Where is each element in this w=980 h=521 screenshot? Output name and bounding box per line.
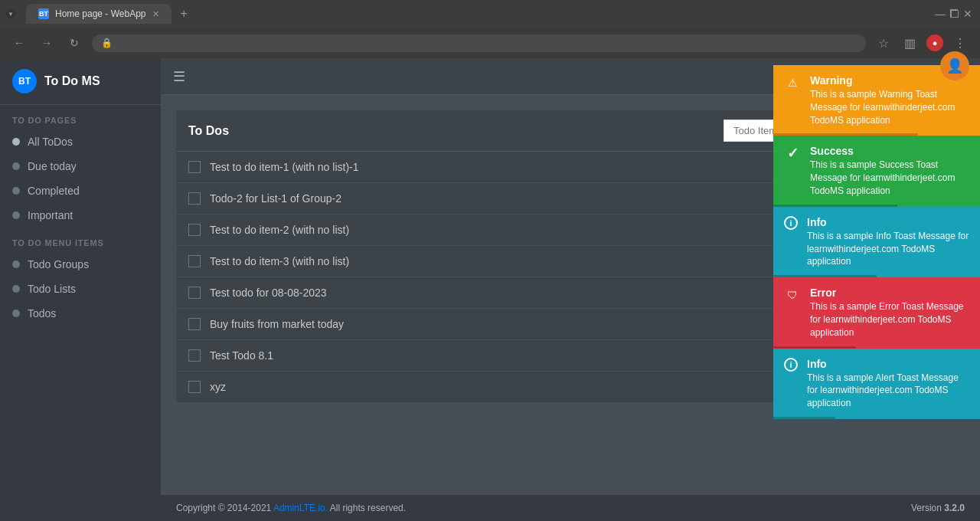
footer-rights: All rights reserved. xyxy=(328,503,406,513)
new-tab-button[interactable]: + xyxy=(178,4,191,24)
sidebar-dot-all xyxy=(12,138,20,146)
footer-version-label: Version xyxy=(911,503,942,513)
star-icon[interactable]: ☆ xyxy=(874,33,893,54)
error-message: This is a sample Error Toast Message for… xyxy=(810,300,969,339)
tab-title: Home page - WebApp xyxy=(55,8,146,19)
toast-warning: 👤 ⚠ Warning This is a sample Warning Toa… xyxy=(773,65,980,136)
sidebar-dot-todos xyxy=(12,310,20,317)
sidebar-dot-lists xyxy=(12,285,20,293)
warning-person-icon: 👤 xyxy=(940,51,969,80)
toast-success: ✓ Success This is a sample Success Toast… xyxy=(773,136,980,206)
todo-checkbox-2[interactable] xyxy=(188,192,201,205)
toast-error: 🛡 Error This is a sample Error Toast Mes… xyxy=(773,277,980,348)
info-progress-2 xyxy=(773,417,835,419)
sidebar-label-todos: Todos xyxy=(28,307,56,319)
sidebar-item-todo-groups[interactable]: Todo Groups xyxy=(0,252,161,277)
tab-favicon: BT xyxy=(38,8,49,19)
warning-body: Warning This is a sample Warning Toast M… xyxy=(810,74,969,126)
brand-name: To Do MS xyxy=(44,74,100,88)
hamburger-icon[interactable]: ☰ xyxy=(173,68,185,85)
sidebar-label-completed: Completed xyxy=(28,185,80,197)
sidebar-item-todos[interactable]: Todos xyxy=(0,301,161,326)
sidebar-label-todo-groups: Todo Groups xyxy=(28,258,89,270)
info-body-2: Info This is a sample Alert Toast Messag… xyxy=(807,358,969,410)
sidebar-label-all-todos: All ToDos xyxy=(28,136,73,148)
info-message-2: This is a sample Alert Toast Message for… xyxy=(807,372,969,410)
sidebar-dot-groups xyxy=(12,260,20,268)
sidebar-item-todo-lists[interactable]: Todo Lists xyxy=(0,277,161,301)
footer-copyright: Copyright © 2014-2021 AdminLTE.io. All r… xyxy=(176,503,406,513)
warning-icon: ⚠ xyxy=(784,74,801,91)
menu-icon[interactable]: ⋮ xyxy=(949,33,971,54)
browser-actions: ☆ ▥ ● ⋮ xyxy=(874,33,971,54)
sidebar-dot-important xyxy=(12,211,20,219)
info-title-2: Info xyxy=(807,358,969,370)
sidebar-item-due-today[interactable]: Due today xyxy=(0,154,161,179)
sidebar-label-important: Important xyxy=(28,209,73,221)
sidebar: BT To Do MS TO DO PAGES All ToDos Due to… xyxy=(0,58,161,521)
todo-checkbox-4[interactable] xyxy=(188,255,201,267)
maximize-button[interactable]: ⧠ xyxy=(948,8,960,20)
sidebar-label-todo-lists: Todo Lists xyxy=(28,283,76,295)
todo-checkbox-7[interactable] xyxy=(188,349,201,362)
footer-version-number: 3.2.0 xyxy=(944,503,965,513)
back-button[interactable]: ← xyxy=(9,33,29,53)
browser-tab[interactable]: BT Home page - WebApp ✕ xyxy=(26,4,172,24)
address-bar[interactable]: 🔒 localhost:44342 xyxy=(92,34,866,52)
error-icon: 🛡 xyxy=(784,287,801,303)
sidebar-item-completed[interactable]: Completed xyxy=(0,179,161,203)
sidebar-icon[interactable]: ▥ xyxy=(900,33,920,54)
refresh-button[interactable]: ↻ xyxy=(64,33,84,53)
browser-titlebar: ▼ BT Home page - WebApp ✕ + — ⧠ ✕ xyxy=(0,0,980,28)
success-icon: ✓ xyxy=(784,145,801,162)
sidebar-item-all-todos[interactable]: All ToDos xyxy=(0,129,161,154)
toast-info-2: i Info This is a sample Alert Toast Mess… xyxy=(773,349,980,419)
success-body: Success This is a sample Success Toast M… xyxy=(810,145,969,197)
todo-checkbox-6[interactable] xyxy=(188,318,201,330)
sidebar-dot-completed xyxy=(12,187,20,195)
brand-icon: BT xyxy=(12,69,37,93)
todo-checkbox-3[interactable] xyxy=(188,224,201,236)
info-body-1: Info This is a sample Info Toast Message… xyxy=(807,216,969,268)
close-button[interactable]: ✕ xyxy=(962,8,974,20)
sidebar-dot-due xyxy=(12,162,20,170)
footer: Copyright © 2014-2021 AdminLTE.io. All r… xyxy=(161,494,980,521)
todo-checkbox-1[interactable] xyxy=(188,161,201,173)
sidebar-menu-label: TO DO MENU ITEMS xyxy=(0,228,161,252)
info-icon-1: i xyxy=(784,216,798,230)
browser-controls: ← → ↻ 🔒 localhost:44342 ☆ ▥ ● ⋮ xyxy=(0,28,980,58)
todo-panel-title: To Dos xyxy=(188,124,229,138)
url-input[interactable]: localhost:44342 xyxy=(119,38,857,49)
info-icon-2: i xyxy=(784,358,798,372)
window-controls: — ⧠ ✕ xyxy=(934,8,974,20)
sidebar-label-due-today: Due today xyxy=(28,160,77,172)
todo-checkbox-5[interactable] xyxy=(188,287,201,299)
profile-icon[interactable]: ● xyxy=(926,34,943,51)
toast-info-1: i Info This is a sample Info Toast Messa… xyxy=(773,207,980,277)
sidebar-item-important[interactable]: Important xyxy=(0,203,161,228)
success-message: This is a sample Success Toast Message f… xyxy=(810,159,969,197)
tab-close-btn[interactable]: ✕ xyxy=(152,9,159,19)
minimize-button[interactable]: — xyxy=(934,8,946,20)
error-title: Error xyxy=(810,287,969,299)
success-title: Success xyxy=(810,145,969,157)
sidebar-pages-label: TO DO PAGES xyxy=(0,105,161,129)
info-message-1: This is a sample Info Toast Message for … xyxy=(807,230,969,268)
footer-copyright-text: Copyright © 2014-2021 xyxy=(176,503,273,513)
todo-checkbox-8[interactable] xyxy=(188,381,201,393)
sidebar-brand: BT To Do MS xyxy=(0,58,161,105)
toast-container: 👤 ⚠ Warning This is a sample Warning Toa… xyxy=(773,65,980,419)
footer-link[interactable]: AdminLTE.io. xyxy=(273,503,328,513)
error-body: Error This is a sample Error Toast Messa… xyxy=(810,287,969,339)
warning-message: This is a sample Warning Toast Message f… xyxy=(810,88,969,126)
forward-button[interactable]: → xyxy=(37,33,57,53)
footer-version: Version 3.2.0 xyxy=(911,503,965,513)
info-title-1: Info xyxy=(807,216,969,228)
